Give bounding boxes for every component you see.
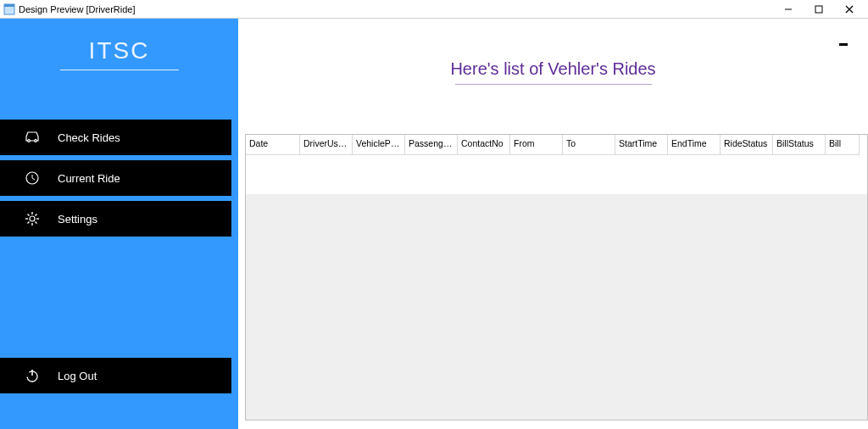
svg-point-11 [30, 216, 35, 221]
nav: Check Rides Current Ride Settings [0, 120, 238, 237]
table-column-header[interactable]: From [510, 135, 563, 155]
table-column-header[interactable]: RideStatus [721, 135, 773, 155]
nav-check-rides[interactable]: Check Rides [0, 120, 231, 155]
brand-underline [60, 70, 179, 70]
table-column-header[interactable]: BillStatus [773, 135, 826, 155]
svg-line-10 [32, 178, 35, 180]
table-column-header[interactable]: StartTime [615, 135, 668, 155]
svg-line-19 [36, 214, 37, 216]
heading-wrap: Here's list of Vehler's Rides [238, 19, 868, 85]
titlebar: Design Preview [DriverRide] [0, 0, 868, 19]
gear-icon [24, 210, 41, 227]
nav-label: Current Ride [58, 172, 120, 185]
svg-rect-3 [815, 6, 822, 13]
nav-current-ride[interactable]: Current Ride [0, 160, 231, 196]
app-body: ITSC Check Rides Current Ride Settings [0, 19, 868, 429]
inner-minimize-button[interactable] [837, 34, 849, 46]
table-column-header[interactable]: EndTime [668, 135, 721, 155]
table-header-row: DateDriverUsern...VehiclePlateNoPassenge… [246, 135, 867, 155]
svg-line-17 [36, 222, 37, 224]
app-icon [3, 3, 15, 15]
rides-table[interactable]: DateDriverUsern...VehiclePlateNoPassenge… [245, 134, 868, 421]
window-maximize-button[interactable] [804, 0, 834, 19]
table-column-header[interactable]: VehiclePlateNo [353, 135, 405, 155]
table-column-header[interactable]: DriverUsern... [300, 135, 353, 155]
car-icon [24, 129, 41, 146]
svg-rect-1 [4, 4, 14, 7]
clock-icon [24, 170, 41, 187]
svg-line-18 [28, 222, 30, 224]
brand-title: ITSC [0, 19, 238, 64]
content-area: Here's list of Vehler's Rides DateDriver… [238, 19, 868, 429]
nav-logout[interactable]: Log Out [0, 358, 231, 393]
nav-settings[interactable]: Settings [0, 201, 231, 237]
nav-label: Check Rides [58, 131, 120, 144]
window-close-button[interactable] [834, 0, 865, 19]
window-title: Design Preview [DriverRide] [19, 4, 136, 14]
sidebar: ITSC Check Rides Current Ride Settings [0, 19, 238, 429]
nav-label: Log Out [58, 370, 97, 382]
table-body [246, 155, 867, 194]
table-column-header[interactable]: PassengerUs... [405, 135, 458, 155]
table-column-header[interactable]: Bill [826, 135, 860, 155]
table-column-header[interactable]: Date [246, 135, 300, 155]
window-minimize-button[interactable] [773, 0, 804, 19]
table-column-header[interactable]: ContactNo [458, 135, 510, 155]
nav-label: Settings [58, 213, 97, 226]
heading-underline [455, 84, 652, 85]
power-icon [24, 367, 41, 384]
page-heading: Here's list of Vehler's Rides [450, 59, 655, 82]
table-column-header[interactable]: To [563, 135, 615, 155]
svg-line-16 [28, 214, 30, 216]
